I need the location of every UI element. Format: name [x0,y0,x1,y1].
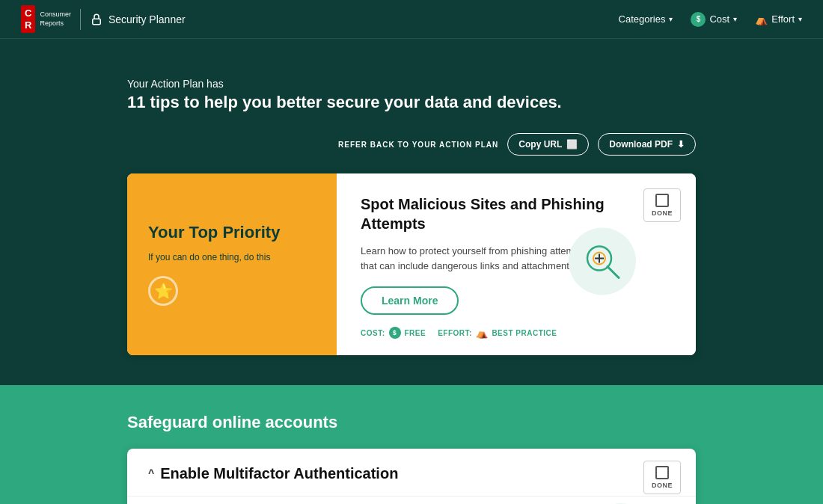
priority-desc: If you can do one thing, do this [148,252,316,262]
done-checkbox [655,194,669,207]
teal-section: Safeguard online accounts ^ Enable Multi… [0,385,823,504]
effort-chevron: ▾ [798,15,802,23]
navbar: CR Consumer Reports Security Planner Cat… [0,0,823,39]
phishing-illustration [569,227,636,295]
cr-logo: CR Consumer Reports [21,5,71,33]
brand-label: Security Planner [108,13,186,25]
nav-divider [80,9,81,30]
categories-chevron: ▾ [669,15,673,23]
effort-menu[interactable]: ⛺ Effort ▾ [755,13,802,25]
nav-brand: Security Planner [90,13,186,26]
second-card: ^ Enable Multifactor Authentication DONE… [127,449,696,504]
cr-text: Consumer Reports [40,10,71,28]
hero-section: Your Action Plan has 11 tips to help you… [0,39,823,385]
cost-meta: COST: $ FREE [361,327,426,339]
card-left-yellow: Your Top Priority If you can do one thin… [127,173,337,355]
second-done-button[interactable]: DONE [643,461,681,494]
categories-menu[interactable]: Categories ▾ [619,13,673,25]
cost-chevron: ▾ [733,15,737,23]
card-meta: COST: $ FREE EFFORT: ⛺ BEST PRACTICE [361,327,675,339]
card-right: DONE Spot Malicious Sites and Phishing A… [337,173,696,355]
hero-subtitle: Your Action Plan has [127,78,696,90]
effort-prefix-label: EFFORT: [438,329,472,337]
refer-label: REFER BACK TO YOUR ACTION PLAN [338,141,498,149]
cost-value: FREE [405,329,426,337]
effort-icon: ⛺ [755,13,768,25]
download-icon: ⬇ [677,139,685,150]
svg-rect-0 [93,19,101,25]
done-label: DONE [652,209,673,217]
second-card-header: ^ Enable Multifactor Authentication DONE [127,449,696,497]
card-illustration [569,227,636,295]
second-done-label: DONE [652,482,673,489]
effort-meta-icon: ⛺ [476,328,489,339]
cost-prefix-label: COST: [361,329,385,337]
navbar-right: Categories ▾ $ Cost ▾ ⛺ Effort ▾ [619,12,802,27]
effort-value: BEST PRACTICE [492,329,557,337]
navbar-left: CR Consumer Reports Security Planner [21,5,186,33]
learn-more-button[interactable]: Learn More [361,286,459,315]
effort-meta: EFFORT: ⛺ BEST PRACTICE [438,328,557,339]
cost-meta-icon: $ [389,327,401,339]
lock-icon [90,13,103,26]
hero-title: 11 tips to help you better secure your d… [127,93,696,112]
svg-line-2 [608,266,619,277]
second-card-body: Add an extra layer of security to your a… [127,497,696,504]
star-icon: ⭐ [148,276,178,306]
safeguard-section-title: Safeguard online accounts [127,412,696,434]
cost-menu[interactable]: $ Cost ▾ [691,12,737,27]
priority-label: Your Top Priority [148,223,316,242]
download-pdf-button[interactable]: Download PDF ⬇ [598,133,696,156]
copy-icon: ⬜ [566,139,578,150]
top-priority-card: Your Top Priority If you can do one thin… [127,173,696,355]
cr-badge: CR [21,5,35,33]
action-row: REFER BACK TO YOUR ACTION PLAN Copy URL … [127,133,696,156]
card-desc: Learn how to protect yourself from phish… [361,244,600,273]
collapse-icon[interactable]: ^ [148,467,154,479]
second-done-checkbox [655,466,669,479]
cost-icon: $ [691,12,706,27]
done-button[interactable]: DONE [643,188,681,222]
copy-url-button[interactable]: Copy URL ⬜ [507,133,589,156]
phishing-svg [580,239,625,283]
second-card-title: ^ Enable Multifactor Authentication [148,465,675,482]
